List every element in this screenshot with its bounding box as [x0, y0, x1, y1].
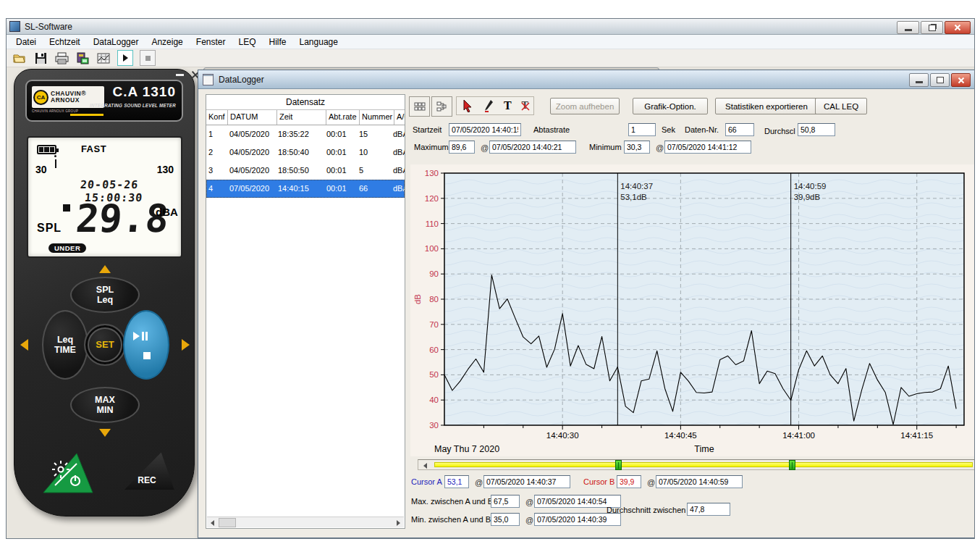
datalogger-title: DataLogger: [219, 75, 264, 85]
cal-leq-button[interactable]: CAL LEQ: [815, 98, 867, 114]
max-between-value-field[interactable]: [491, 495, 520, 508]
cursor-a-handle[interactable]: [615, 460, 622, 470]
power-backlight-button[interactable]: [36, 448, 96, 498]
spl-leq-key[interactable]: SPL Leq: [70, 277, 140, 313]
menu-item-datalogger[interactable]: DataLogger: [87, 35, 145, 49]
table-row[interactable]: 104/05/202018:35:2200:0115dBAF: [206, 125, 405, 143]
open-folder-icon: [13, 51, 26, 64]
table-horizontal-scrollbar[interactable]: [207, 517, 404, 527]
cursor-a-value-field[interactable]: [444, 475, 469, 488]
column-header-abt-rate[interactable]: Abt.rate: [326, 110, 360, 125]
table-cell: 10: [357, 143, 391, 162]
app-restore-button[interactable]: [921, 21, 943, 34]
table-view-icon: [414, 102, 426, 111]
menu-item-fenster[interactable]: Fenster: [190, 35, 232, 49]
minimum-time-field[interactable]: [664, 141, 751, 154]
table-cell: 00:01: [324, 125, 357, 143]
at-sign: @: [481, 143, 489, 152]
print-button[interactable]: [54, 51, 69, 65]
datalogger-minimize-button[interactable]: [909, 73, 929, 87]
table-cell: 1: [206, 125, 227, 143]
max-min-key[interactable]: MAX MIN: [70, 387, 140, 423]
slider-track[interactable]: [434, 462, 973, 467]
table-cell: 00:01: [324, 180, 357, 198]
app-close-button[interactable]: [945, 21, 971, 34]
tree-view-button[interactable]: [431, 96, 452, 117]
nav-up-icon[interactable]: [99, 265, 111, 273]
menu-item-language[interactable]: Language: [293, 35, 345, 49]
device-model: C.A 1310: [112, 84, 176, 100]
datalogger-titlebar[interactable]: DataLogger: [198, 70, 974, 89]
slider-left-icon[interactable]: [420, 460, 431, 471]
delete-text-tool[interactable]: T: [522, 100, 528, 112]
sample-rate-field[interactable]: [628, 123, 656, 136]
scroll-left-icon[interactable]: [207, 517, 218, 528]
table-view-button[interactable]: [409, 96, 430, 117]
minimum-field[interactable]: [624, 141, 650, 154]
menu-item-anzeige[interactable]: Anzeige: [145, 35, 189, 49]
leq-time-key[interactable]: Leq TIME: [42, 310, 88, 380]
column-header-datum[interactable]: DATUM: [228, 110, 277, 125]
nav-right-icon[interactable]: [182, 339, 190, 351]
maximum-field[interactable]: [449, 141, 475, 154]
menu-item-leq[interactable]: LEQ: [232, 35, 262, 49]
save-button[interactable]: [33, 51, 48, 65]
select-arrow-tool[interactable]: [462, 99, 473, 112]
average-field[interactable]: [798, 123, 835, 136]
minimize-icon: [916, 81, 923, 83]
pen-tool[interactable]: [483, 99, 494, 112]
cursor-b-handle[interactable]: [789, 460, 795, 470]
chart-date-label: May Thu 7 2020: [434, 444, 499, 454]
datalogger-window-button[interactable]: [96, 51, 111, 65]
column-header-zeit[interactable]: Zeit: [277, 110, 326, 125]
menu-item-hilfe[interactable]: Hilfe: [263, 35, 293, 49]
open-file-button[interactable]: [12, 51, 27, 65]
start-button[interactable]: [117, 50, 133, 66]
mdi-area: CA CHAUVIN® ARNOUX CHAUVIN ARNOUX GROUP …: [7, 67, 974, 538]
export-statistics-button[interactable]: Statistiken exportieren: [715, 98, 818, 114]
table-row[interactable]: 204/05/202018:50:4000:0110dBAF: [206, 143, 405, 162]
column-header-konf[interactable]: Konf: [206, 110, 228, 125]
start-time-field[interactable]: [449, 123, 521, 136]
realtime-display-icon: [77, 52, 89, 64]
datalogger-maximize-button[interactable]: [930, 73, 950, 87]
data-count-field[interactable]: [725, 123, 754, 136]
datalogger-window-icon: [203, 74, 214, 85]
min-between-value-field[interactable]: [491, 513, 520, 526]
app-minimize-button[interactable]: [897, 21, 919, 34]
y-tick-label: 60: [429, 346, 439, 354]
table-cell: 3: [206, 162, 227, 180]
text-tool[interactable]: T: [504, 99, 512, 112]
nav-left-icon[interactable]: [20, 339, 28, 351]
rec-button[interactable]: REC: [117, 448, 177, 495]
menu-item-datei[interactable]: Datei: [9, 35, 43, 49]
avg-between-value-field[interactable]: [687, 503, 730, 516]
stop-button[interactable]: [140, 50, 156, 66]
play-pause-stop-key[interactable]: [123, 310, 169, 380]
cursor-a-time-field[interactable]: [483, 475, 570, 488]
cursor-slider[interactable]: [418, 459, 974, 470]
maximum-time-field[interactable]: [489, 141, 576, 154]
datalogger-close-button[interactable]: [951, 73, 971, 87]
pause-icon: [142, 332, 148, 340]
column-header-a-c[interactable]: A/C: [394, 110, 405, 125]
scrollbar-thumb[interactable]: [219, 518, 236, 527]
app-titlebar[interactable]: SL-Software: [7, 19, 974, 35]
scroll-right-icon[interactable]: [393, 517, 404, 528]
device-minimize-icon[interactable]: [176, 74, 184, 76]
menu-item-echtzeit[interactable]: Echtzeit: [43, 35, 87, 49]
sample-rate-label: Abtastrate: [533, 125, 570, 134]
table-row[interactable]: 304/05/202018:50:5000:015dBAF: [206, 162, 405, 180]
graph-options-button[interactable]: Grafik-Option.: [633, 98, 708, 114]
lcd-value: 29.8: [75, 198, 171, 239]
cursor-b-time-field[interactable]: [656, 475, 743, 488]
min-between-time-field[interactable]: [534, 513, 621, 526]
nav-down-icon[interactable]: [99, 429, 111, 437]
cursor-b-value-field[interactable]: [617, 475, 641, 488]
realtime-window-button[interactable]: [75, 51, 90, 65]
table-row[interactable]: 407/05/202014:40:1500:0166dBAF: [206, 180, 405, 198]
y-tick-label: 70: [429, 320, 439, 329]
column-header-nummer[interactable]: Nummer: [360, 110, 394, 125]
set-key[interactable]: SET: [84, 324, 126, 366]
zoom-reset-button[interactable]: Zoom aufheben: [550, 98, 620, 114]
